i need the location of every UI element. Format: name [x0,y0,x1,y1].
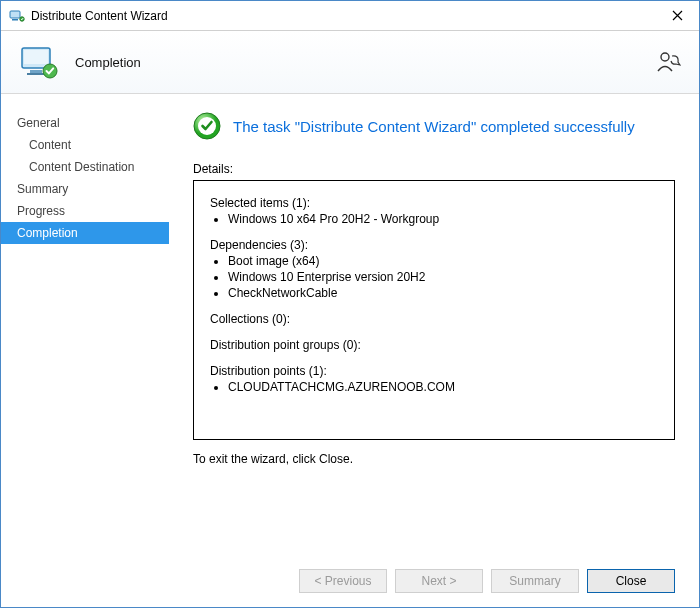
svg-rect-1 [12,19,18,21]
status-row: The task "Distribute Content Wizard" com… [193,112,675,140]
sidebar-item-label: Summary [17,182,68,196]
wizard-body: General Content Content Destination Summ… [1,94,699,555]
details-dp-list: CLOUDATTACHCMG.AZURENOOB.COM [228,379,658,395]
list-item: Windows 10 x64 Pro 20H2 - Workgroup [228,211,658,227]
wizard-header-left: Completion [19,42,141,82]
details-selected-title: Selected items (1): [210,195,658,211]
wizard-header: Completion [1,31,699,94]
details-dpgroups-title: Distribution point groups (0): [210,337,658,353]
status-message: The task "Distribute Content Wizard" com… [233,118,635,135]
window-close-button[interactable] [655,1,699,30]
sidebar-item-label: Progress [17,204,65,218]
details-dependencies-list: Boot image (x64) Windows 10 Enterprise v… [228,253,658,301]
details-dp-title: Distribution points (1): [210,363,658,379]
next-button: Next > [395,569,483,593]
sidebar-item-label: General [17,116,60,130]
previous-button: < Previous [299,569,387,593]
wizard-icon [19,42,59,82]
sidebar-item-content-destination[interactable]: Content Destination [1,156,169,178]
list-item: Windows 10 Enterprise version 20H2 [228,269,658,285]
app-icon [9,8,25,24]
sidebar-item-general[interactable]: General [1,112,169,134]
sidebar-item-summary[interactable]: Summary [1,178,169,200]
sidebar-item-label: Content [29,138,71,152]
sidebar-item-completion[interactable]: Completion [1,222,169,244]
svg-rect-5 [30,70,42,73]
details-collections-title: Collections (0): [210,311,658,327]
svg-rect-4 [24,50,48,64]
svg-rect-6 [27,73,45,75]
sidebar-item-progress[interactable]: Progress [1,200,169,222]
summary-button: Summary [491,569,579,593]
sidebar-item-label: Content Destination [29,160,134,174]
svg-point-8 [661,53,669,61]
window-title: Distribute Content Wizard [31,9,655,23]
svg-rect-0 [10,11,20,18]
close-button[interactable]: Close [587,569,675,593]
list-item: Boot image (x64) [228,253,658,269]
details-dependencies-title: Dependencies (3): [210,237,658,253]
list-item: CheckNetworkCable [228,285,658,301]
details-box: Selected items (1): Windows 10 x64 Pro 2… [193,180,675,440]
sidebar-item-content[interactable]: Content [1,134,169,156]
step-title: Completion [75,55,141,70]
title-bar: Distribute Content Wizard [1,1,699,31]
details-selected-list: Windows 10 x64 Pro 20H2 - Workgroup [228,211,658,227]
sidebar-item-label: Completion [17,226,78,240]
success-check-icon [193,112,221,140]
details-label: Details: [193,162,675,176]
step-sidebar: General Content Content Destination Summ… [1,94,169,555]
exit-hint: To exit the wizard, click Close. [193,452,675,466]
wizard-window: Distribute Content Wizard Completion [0,0,700,608]
feedback-icon[interactable] [655,49,681,75]
button-row: < Previous Next > Summary Close [1,555,699,607]
list-item: CLOUDATTACHCMG.AZURENOOB.COM [228,379,658,395]
wizard-main: The task "Distribute Content Wizard" com… [169,94,699,555]
